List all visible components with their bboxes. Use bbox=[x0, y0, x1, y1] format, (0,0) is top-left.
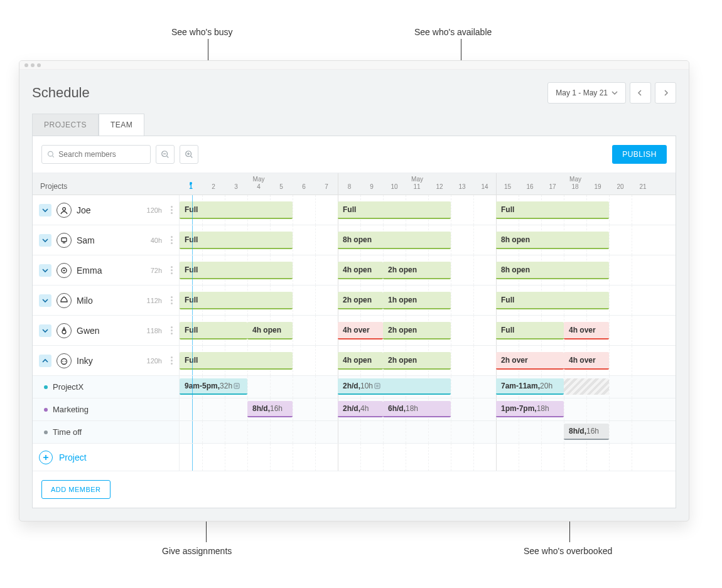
svg-point-15 bbox=[62, 358, 67, 364]
assignment-block[interactable] bbox=[564, 378, 609, 395]
row-menu-button[interactable] bbox=[171, 236, 173, 244]
day-header: 16 bbox=[519, 183, 541, 195]
row-menu-button[interactable] bbox=[171, 206, 173, 214]
annotation-busy: See who's busy bbox=[171, 27, 233, 37]
svg-point-17 bbox=[65, 361, 66, 362]
availability-block[interactable]: Full bbox=[180, 232, 293, 249]
assignment-block[interactable]: 6h/d, 18h bbox=[383, 401, 451, 417]
avatar-icon bbox=[57, 263, 72, 278]
add-project-icon[interactable] bbox=[39, 451, 53, 464]
assignment-block[interactable]: 2h/d, 4h bbox=[338, 401, 383, 417]
expand-toggle[interactable] bbox=[39, 324, 51, 337]
availability-block[interactable]: 4h open bbox=[338, 262, 383, 279]
availability-block[interactable]: Full bbox=[180, 201, 293, 219]
publish-button[interactable]: PUBLISH bbox=[612, 145, 667, 164]
availability-block[interactable]: Full bbox=[496, 292, 609, 309]
member-hours: 112h bbox=[147, 297, 162, 304]
prev-range-button[interactable] bbox=[630, 82, 651, 104]
availability-block[interactable]: 2h over bbox=[496, 352, 564, 370]
left-column-header: Projects bbox=[33, 173, 180, 195]
avatar-icon bbox=[57, 293, 72, 308]
row-menu-button[interactable] bbox=[171, 296, 173, 304]
member-hours: 120h bbox=[147, 206, 162, 214]
svg-point-13 bbox=[63, 269, 65, 271]
expand-toggle[interactable] bbox=[39, 204, 51, 216]
availability-block[interactable]: 4h open bbox=[247, 322, 293, 339]
availability-block[interactable]: Full bbox=[180, 322, 247, 339]
project-color-dot bbox=[44, 385, 48, 389]
member-hours: 72h bbox=[151, 267, 162, 274]
row-menu-button[interactable] bbox=[171, 326, 173, 334]
day-header: 20 bbox=[609, 183, 632, 195]
availability-block[interactable]: 4h over bbox=[564, 322, 609, 339]
zoom-in-button[interactable] bbox=[180, 145, 198, 164]
day-header: 3 bbox=[225, 183, 247, 195]
availability-block[interactable]: Full bbox=[496, 201, 609, 219]
availability-block[interactable]: 2h open bbox=[338, 292, 383, 309]
availability-block[interactable]: Full bbox=[180, 352, 293, 370]
availability-block[interactable]: 2h open bbox=[383, 322, 451, 339]
availability-block[interactable]: 4h over bbox=[338, 322, 383, 339]
availability-block[interactable]: Full bbox=[496, 322, 564, 339]
expand-toggle[interactable] bbox=[39, 294, 51, 307]
date-range-picker[interactable]: May 1 - May 21 bbox=[547, 82, 626, 104]
expand-toggle[interactable] bbox=[39, 355, 51, 367]
availability-block[interactable]: Full bbox=[338, 201, 451, 219]
project-color-dot bbox=[44, 408, 48, 412]
availability-block[interactable]: 2h open bbox=[383, 262, 451, 279]
window-titlebar bbox=[19, 61, 689, 70]
svg-point-16 bbox=[62, 361, 63, 362]
add-project-label[interactable]: Project bbox=[59, 452, 87, 462]
day-header: 10 bbox=[383, 183, 406, 195]
page-title: Schedule bbox=[32, 85, 90, 101]
day-header: 12 bbox=[428, 183, 451, 195]
zoom-out-button[interactable] bbox=[156, 145, 175, 164]
search-input[interactable] bbox=[58, 150, 145, 159]
expand-toggle[interactable] bbox=[39, 264, 51, 277]
expand-toggle[interactable] bbox=[39, 234, 51, 247]
add-member-button[interactable]: ADD MEMBER bbox=[41, 480, 110, 499]
tab-projects[interactable]: PROJECTS bbox=[32, 114, 99, 136]
chevron-down-icon bbox=[42, 328, 48, 334]
availability-block[interactable]: 2h open bbox=[383, 352, 451, 370]
svg-line-1 bbox=[52, 156, 53, 157]
member-name: Joe bbox=[77, 205, 91, 215]
svg-point-14 bbox=[62, 330, 66, 334]
assignment-block[interactable]: 8h/d, 16h bbox=[247, 401, 293, 417]
chevron-down-icon bbox=[42, 237, 48, 243]
availability-block[interactable]: Full bbox=[180, 292, 293, 309]
assignment-block[interactable]: 8h/d, 16h bbox=[564, 424, 609, 440]
row-menu-button[interactable] bbox=[171, 356, 173, 365]
svg-point-9 bbox=[63, 207, 66, 210]
availability-block[interactable]: 8h open bbox=[496, 262, 609, 279]
assignment-block[interactable]: 9am-5pm, 32h bbox=[180, 378, 247, 395]
availability-block[interactable]: 8h open bbox=[338, 232, 451, 249]
member-hours: 120h bbox=[147, 357, 162, 365]
note-icon bbox=[234, 383, 240, 389]
chevron-up-icon bbox=[42, 358, 48, 364]
availability-block[interactable]: Full bbox=[180, 262, 293, 279]
subproject-name: ProjectX bbox=[53, 382, 84, 392]
assignment-block[interactable]: 2h/d, 10h bbox=[338, 378, 451, 395]
tab-team[interactable]: TEAM bbox=[99, 114, 144, 136]
zoom-out-icon bbox=[161, 150, 170, 159]
search-members[interactable] bbox=[41, 145, 151, 164]
day-header: 9 bbox=[360, 183, 383, 195]
assignment-block[interactable]: 1pm-7pm, 18h bbox=[496, 401, 564, 417]
avatar-icon bbox=[57, 233, 72, 248]
availability-block[interactable]: 8h open bbox=[496, 232, 609, 249]
next-range-button[interactable] bbox=[655, 82, 676, 104]
chevron-left-icon bbox=[637, 90, 644, 96]
annotation-overbooked: See who's overbooked bbox=[524, 546, 612, 556]
subproject-name: Marketing bbox=[53, 405, 89, 414]
member-hours: 118h bbox=[147, 327, 162, 334]
note-icon bbox=[374, 383, 380, 389]
row-menu-button[interactable] bbox=[171, 266, 173, 274]
assignment-block[interactable]: 7am-11am, 20h bbox=[496, 378, 564, 395]
day-header: 21 bbox=[632, 183, 654, 195]
availability-block[interactable]: 1h open bbox=[383, 292, 451, 309]
app-window: Schedule May 1 - May 21 PROJECTS TEAM bbox=[19, 60, 689, 521]
zoom-in-icon bbox=[185, 150, 193, 159]
availability-block[interactable]: 4h over bbox=[564, 352, 609, 370]
availability-block[interactable]: 4h open bbox=[338, 352, 383, 370]
